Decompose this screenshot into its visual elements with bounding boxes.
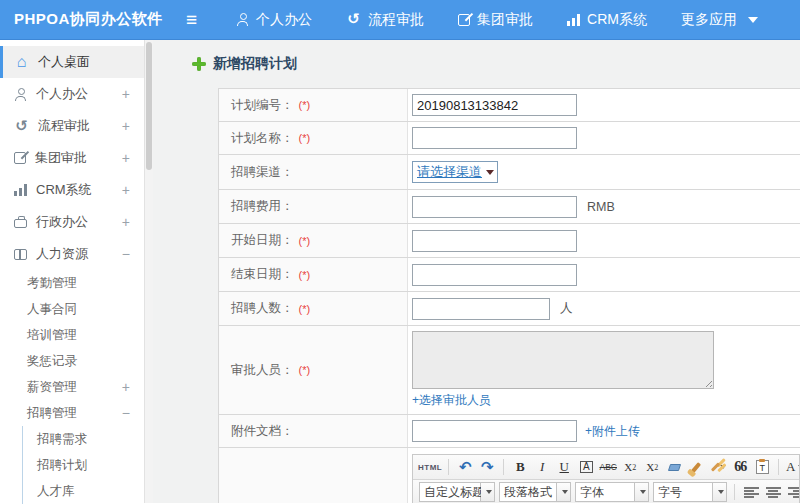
sup-exp: 2: [632, 463, 636, 472]
font-style-button[interactable]: A: [576, 457, 596, 477]
briefcase-icon: [14, 219, 27, 228]
sidebar-item-personal-office[interactable]: 个人办公 +: [0, 78, 144, 110]
main-content: 新增招聘计划 计划编号： (*) 计划名称： (*): [153, 40, 800, 503]
field-label: 计划编号：: [231, 97, 294, 114]
end-date-input[interactable]: [412, 264, 577, 286]
chevron-down-icon: [720, 465, 726, 469]
editor-toolbar-row-1: HTML ↶ ↷ B I U A ABC X2 X2: [413, 455, 799, 480]
expand-icon[interactable]: +: [122, 86, 130, 102]
font-size-select[interactable]: 字号: [653, 482, 727, 502]
sidebar-item-personal-desktop[interactable]: 个人桌面: [0, 46, 144, 78]
field-label: 开始日期：: [231, 232, 294, 249]
redo-button[interactable]: ↷: [477, 457, 497, 477]
edit-icon: [458, 14, 470, 26]
format-brush-button[interactable]: [686, 457, 706, 477]
select-caret-button[interactable]: [635, 482, 649, 502]
home-icon: [14, 55, 29, 70]
select-caret-button[interactable]: [713, 482, 727, 502]
sidebar-toggle-icon[interactable]: ≡: [186, 10, 197, 29]
sidebar-item-recruitment-mgmt[interactable]: 招聘管理 −: [0, 400, 144, 426]
sidebar-scrollbar[interactable]: [145, 40, 153, 503]
plan-number-input[interactable]: [412, 94, 577, 116]
align-right-button[interactable]: [785, 482, 799, 502]
underline-button[interactable]: U: [554, 457, 574, 477]
required-mark: (*): [299, 303, 311, 315]
headcount-input[interactable]: [412, 298, 550, 320]
field-input-cell: +选择审批人员: [408, 326, 800, 414]
required-mark: (*): [299, 235, 311, 247]
menu-crm-system[interactable]: CRM系统: [550, 0, 664, 40]
sidebar-item-human-resources[interactable]: 人力资源 −: [0, 238, 144, 270]
expand-icon[interactable]: +: [122, 118, 130, 134]
align-left-button[interactable]: [741, 482, 761, 502]
sidebar-item-hr-contract[interactable]: 人事合同: [0, 296, 144, 322]
menu-more-apps[interactable]: 更多应用: [664, 0, 775, 40]
eraser-button[interactable]: [664, 457, 684, 477]
sidebar-item-label: 招聘需求: [37, 431, 87, 448]
paragraph-format-select[interactable]: 段落格式: [499, 482, 571, 502]
required-mark: (*): [299, 364, 311, 376]
superscript-button[interactable]: X2: [620, 457, 640, 477]
resize-handle[interactable]: [703, 378, 712, 387]
expand-icon[interactable]: +: [122, 182, 130, 198]
attachment-upload-link[interactable]: +附件上传: [585, 423, 640, 440]
collapse-icon[interactable]: −: [122, 405, 130, 421]
menu-personal-office[interactable]: 个人办公: [219, 0, 329, 40]
italic-button[interactable]: I: [532, 457, 552, 477]
scrollbar-thumb[interactable]: [146, 42, 152, 170]
collapse-icon[interactable]: −: [122, 246, 130, 262]
start-date-input[interactable]: [412, 230, 577, 252]
select-caret-button[interactable]: [481, 482, 495, 502]
strikethrough-button[interactable]: ABC: [598, 457, 618, 477]
field-label-cell: 审批人员： (*): [219, 326, 408, 414]
approver-textarea[interactable]: [412, 331, 714, 389]
expand-icon[interactable]: +: [122, 214, 130, 230]
menu-workflow-approval[interactable]: 流程审批: [329, 0, 441, 40]
sup-base: X: [624, 461, 632, 473]
sidebar-item-recruitment-demand[interactable]: 招聘需求: [23, 426, 144, 452]
html-source-button[interactable]: HTML: [418, 457, 442, 477]
recruitment-cost-input[interactable]: [412, 196, 577, 218]
sidebar-item-crm-system[interactable]: CRM系统 +: [0, 174, 144, 206]
sidebar-item-training-mgmt[interactable]: 培训管理: [0, 322, 144, 348]
align-center-button[interactable]: [763, 482, 783, 502]
select-caret-button[interactable]: [557, 482, 571, 502]
align-right-icon: [788, 487, 800, 498]
field-label: 结束日期：: [231, 266, 294, 283]
select-value: 请选择渠道: [417, 163, 482, 181]
sidebar-item-recruitment-plan[interactable]: 招聘计划: [23, 452, 144, 478]
attachment-input[interactable]: [412, 420, 577, 442]
auto-format-button[interactable]: [708, 457, 728, 477]
sidebar-item-group-approval[interactable]: 集团审批 +: [0, 142, 144, 174]
sidebar-item-attendance-mgmt[interactable]: 考勤管理: [0, 270, 144, 296]
sub-base: X: [646, 461, 654, 473]
blockquote-button[interactable]: 66: [730, 457, 750, 477]
sidebar-item-salary-mgmt[interactable]: 薪资管理 +: [0, 374, 144, 400]
sidebar-item-reward-punishment[interactable]: 奖惩记录: [0, 348, 144, 374]
sidebar-item-label: 招聘计划: [37, 457, 87, 474]
sidebar-item-label: 流程审批: [38, 117, 113, 135]
paste-text-button[interactable]: T: [752, 457, 772, 477]
custom-title-select[interactable]: 自定义标题: [419, 482, 495, 502]
menu-group-approval[interactable]: 集团审批: [441, 0, 550, 40]
end-date-row: 结束日期： (*): [219, 258, 800, 292]
menu-label: 更多应用: [681, 11, 737, 29]
sidebar-item-admin-office[interactable]: 行政办公 +: [0, 206, 144, 238]
font-color-button[interactable]: A: [785, 457, 799, 477]
recruitment-channel-select[interactable]: 请选择渠道: [412, 161, 498, 183]
bold-button[interactable]: B: [510, 457, 530, 477]
font-family-select[interactable]: 字体: [575, 482, 649, 502]
sidebar-item-label: 考勤管理: [27, 275, 130, 292]
select-caret-icon: [486, 170, 494, 175]
align-center-icon: [766, 487, 781, 498]
undo-button[interactable]: ↶: [455, 457, 475, 477]
editor-toolbar-row-2: 自定义标题 段落格式 字体: [413, 480, 799, 503]
sidebar-item-workflow-approval[interactable]: 流程审批 +: [0, 110, 144, 142]
choose-approver-link[interactable]: +选择审批人员: [412, 392, 491, 409]
plan-name-input[interactable]: [412, 127, 577, 149]
book-icon: [14, 249, 27, 260]
expand-icon[interactable]: +: [122, 379, 130, 395]
expand-icon[interactable]: +: [122, 150, 130, 166]
subscript-button[interactable]: X2: [642, 457, 662, 477]
sidebar-item-talent-pool[interactable]: 人才库: [23, 478, 144, 504]
